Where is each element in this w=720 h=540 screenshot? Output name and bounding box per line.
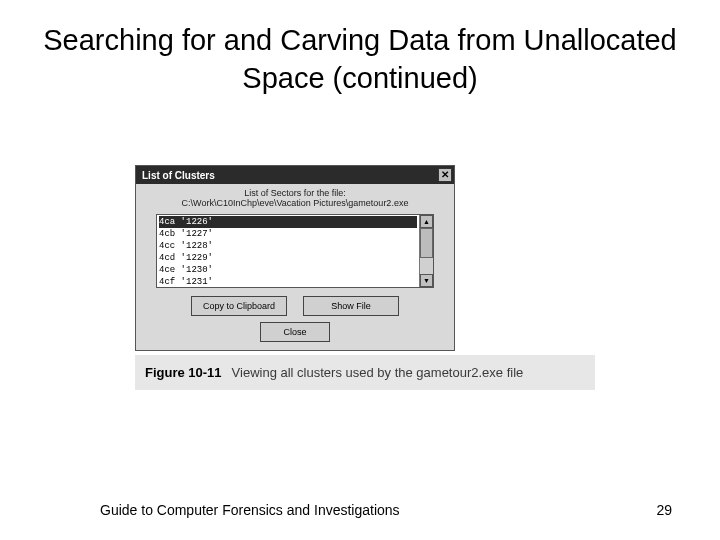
figure-caption: Figure 10-11 Viewing all clusters used b… [135,355,595,390]
list-item[interactable]: 4cc '1228' [159,240,417,252]
slide-title: Searching for and Carving Data from Unal… [0,0,720,97]
scrollbar[interactable]: ▲ ▼ [419,215,433,287]
page-number: 29 [656,502,672,518]
button-row-2: Close [142,322,448,342]
list-item[interactable]: 4cd '1229' [159,252,417,264]
figure-number: Figure 10-11 [145,365,222,380]
scroll-thumb[interactable] [420,228,433,258]
button-row-1: Copy to Clipboard Show File [142,296,448,316]
cluster-list[interactable]: 4ca '1226' 4cb '1227' 4cc '1228' 4cd '12… [157,215,419,287]
scroll-down-icon[interactable]: ▼ [420,274,433,287]
slide-footer: Guide to Computer Forensics and Investig… [0,502,720,518]
scroll-up-icon[interactable]: ▲ [420,215,433,228]
scroll-track[interactable] [420,228,433,274]
cluster-listbox[interactable]: 4ca '1226' 4cb '1227' 4cc '1228' 4cd '12… [156,214,434,288]
close-icon[interactable]: ✕ [438,168,452,182]
dialog-title: List of Clusters [142,170,215,181]
dialog-titlebar[interactable]: List of Clusters ✕ [136,166,454,184]
dialog-label-2: C:\Work\C10InChp\eve\Vacation Pictures\g… [142,198,448,208]
dialog-label-1: List of Sectors for the file: [142,188,448,198]
clusters-dialog: List of Clusters ✕ List of Sectors for t… [135,165,455,351]
list-item[interactable]: 4ce '1230' [159,264,417,276]
footer-text: Guide to Computer Forensics and Investig… [100,502,400,518]
copy-clipboard-button[interactable]: Copy to Clipboard [191,296,287,316]
figure-text: Viewing all clusters used by the gametou… [232,365,524,380]
list-item[interactable]: 4cf '1231' [159,276,417,287]
list-item[interactable]: 4cb '1227' [159,228,417,240]
show-file-button[interactable]: Show File [303,296,399,316]
dialog-body: List of Sectors for the file: C:\Work\C1… [136,184,454,350]
close-button[interactable]: Close [260,322,330,342]
figure-area: List of Clusters ✕ List of Sectors for t… [135,165,595,390]
list-item[interactable]: 4ca '1226' [159,216,417,228]
